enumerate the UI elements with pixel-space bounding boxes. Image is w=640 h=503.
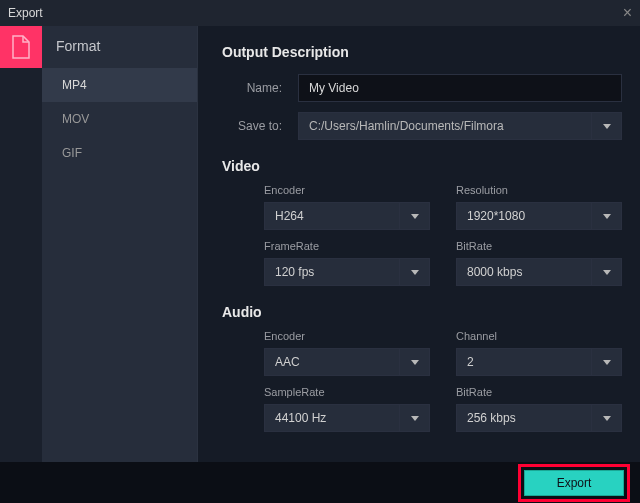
audio-grid: Encoder AAC Channel 2 SampleRate 44100 H… [222,330,622,432]
audio-channel-value: 2 [456,348,592,376]
video-bitrate-dropdown-button[interactable] [592,258,622,286]
video-framerate-select[interactable]: 120 fps [264,258,430,286]
sidebar-item-label: GIF [62,146,82,160]
audio-samplerate-value: 44100 Hz [264,404,400,432]
audio-samplerate-select[interactable]: 44100 Hz [264,404,430,432]
saveto-value: C:/Users/Hamlin/Documents/Filmora [298,112,592,140]
export-button[interactable]: Export [524,470,624,496]
content: Output Description Name: Save to: C:/Use… [197,26,640,462]
video-encoder-dropdown-button[interactable] [400,202,430,230]
field-audio-bitrate: BitRate 256 kbps [456,386,622,432]
video-resolution-dropdown-button[interactable] [592,202,622,230]
chevron-down-icon [603,360,611,365]
window-title: Export [8,6,43,20]
section-output-title: Output Description [222,44,622,60]
field-video-framerate: FrameRate 120 fps [264,240,430,286]
close-icon[interactable]: × [623,4,632,22]
audio-bitrate-value: 256 kbps [456,404,592,432]
audio-encoder-dropdown-button[interactable] [400,348,430,376]
video-bitrate-select[interactable]: 8000 kbps [456,258,622,286]
audio-bitrate-label: BitRate [456,386,622,398]
video-resolution-select[interactable]: 1920*1080 [456,202,622,230]
video-framerate-value: 120 fps [264,258,400,286]
video-bitrate-value: 8000 kbps [456,258,592,286]
audio-encoder-value: AAC [264,348,400,376]
field-video-resolution: Resolution 1920*1080 [456,184,622,230]
field-audio-samplerate: SampleRate 44100 Hz [264,386,430,432]
sidebar-header: Format [42,26,197,68]
saveto-dropdown-button[interactable] [592,112,622,140]
format-sidebar: Format MP4 MOV GIF [42,26,197,462]
audio-channel-dropdown-button[interactable] [592,348,622,376]
sidebar-item-label: MOV [62,112,89,126]
saveto-select[interactable]: C:/Users/Hamlin/Documents/Filmora [298,112,622,140]
field-video-encoder: Encoder H264 [264,184,430,230]
audio-bitrate-dropdown-button[interactable] [592,404,622,432]
chevron-down-icon [603,124,611,129]
sidebar-item-mp4[interactable]: MP4 [42,68,197,102]
export-highlight: Export [518,464,630,502]
video-encoder-label: Encoder [264,184,430,196]
audio-samplerate-dropdown-button[interactable] [400,404,430,432]
field-video-bitrate: BitRate 8000 kbps [456,240,622,286]
chevron-down-icon [411,360,419,365]
sidebar-item-gif[interactable]: GIF [42,136,197,170]
section-audio-title: Audio [222,304,622,320]
video-framerate-dropdown-button[interactable] [400,258,430,286]
video-resolution-label: Resolution [456,184,622,196]
audio-samplerate-label: SampleRate [264,386,430,398]
chevron-down-icon [603,214,611,219]
chevron-down-icon [603,416,611,421]
tab-local[interactable] [0,26,42,68]
document-icon [11,35,31,59]
chevron-down-icon [411,270,419,275]
audio-channel-label: Channel [456,330,622,342]
audio-encoder-label: Encoder [264,330,430,342]
name-label: Name: [222,81,298,95]
video-framerate-label: FrameRate [264,240,430,252]
video-encoder-select[interactable]: H264 [264,202,430,230]
sidebar-item-label: MP4 [62,78,87,92]
chevron-down-icon [411,214,419,219]
field-audio-channel: Channel 2 [456,330,622,376]
main: Format MP4 MOV GIF Output Description Na… [0,26,640,462]
video-bitrate-label: BitRate [456,240,622,252]
tab-strip [0,26,42,462]
video-grid: Encoder H264 Resolution 1920*1080 FrameR… [222,184,622,286]
row-saveto: Save to: C:/Users/Hamlin/Documents/Filmo… [222,112,622,140]
section-video-title: Video [222,158,622,174]
footer: Export [0,462,640,503]
video-encoder-value: H264 [264,202,400,230]
audio-channel-select[interactable]: 2 [456,348,622,376]
video-resolution-value: 1920*1080 [456,202,592,230]
sidebar-item-mov[interactable]: MOV [42,102,197,136]
row-name: Name: [222,74,622,102]
name-input[interactable] [298,74,622,102]
field-audio-encoder: Encoder AAC [264,330,430,376]
export-button-label: Export [557,476,592,490]
chevron-down-icon [603,270,611,275]
audio-bitrate-select[interactable]: 256 kbps [456,404,622,432]
audio-encoder-select[interactable]: AAC [264,348,430,376]
saveto-label: Save to: [222,119,298,133]
titlebar: Export × [0,0,640,26]
chevron-down-icon [411,416,419,421]
